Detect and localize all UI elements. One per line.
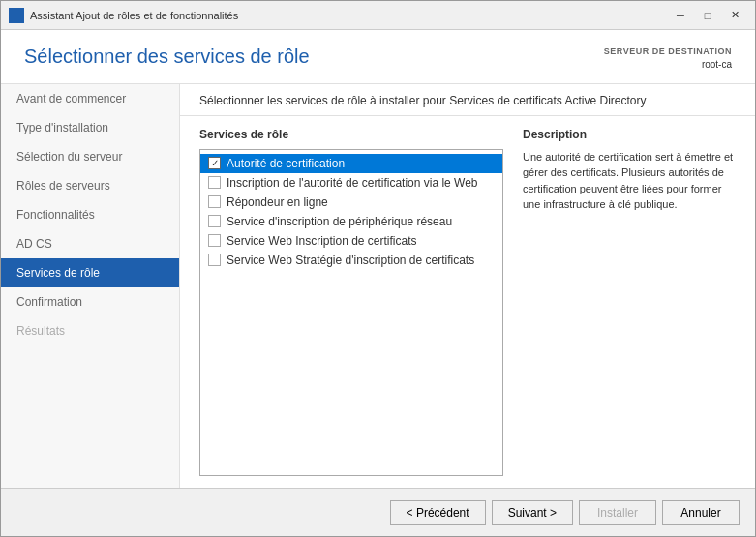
left-nav: Avant de commencer Type d'installation S…: [1, 84, 180, 488]
checkbox-service-inscription[interactable]: [208, 215, 221, 227]
nav-item-services-role[interactable]: Services de rôle: [1, 258, 179, 287]
minimize-button[interactable]: ─: [668, 6, 693, 25]
service-item-repondeur[interactable]: Répondeur en ligne: [200, 193, 502, 212]
service-label-web-inscription: Service Web Inscription de certificats: [227, 234, 417, 248]
service-item-autorite[interactable]: ✓ Autorité de certification: [200, 154, 502, 173]
checkbox-autorite[interactable]: ✓: [208, 157, 221, 169]
nav-item-selection[interactable]: Sélection du serveur: [1, 142, 179, 171]
content-area: Services de rôle ✓ Autorité de certifica…: [180, 116, 755, 488]
prev-button[interactable]: < Précédent: [390, 500, 486, 525]
nav-item-roles[interactable]: Rôles de serveurs: [1, 171, 179, 200]
nav-item-avant[interactable]: Avant de commencer: [1, 84, 179, 113]
page-title: Sélectionner des services de rôle: [24, 45, 310, 68]
top-description: Sélectionner les services de rôle à inst…: [199, 94, 647, 107]
window: Assistant Ajout de rôles et de fonctionn…: [0, 0, 756, 537]
main-content: Avant de commencer Type d'installation S…: [1, 84, 755, 488]
header: Sélectionner des services de rôle SERVEU…: [1, 30, 755, 84]
service-item-inscription-autorite[interactable]: Inscription de l'autorité de certificati…: [200, 173, 502, 193]
service-label-inscription-autorite: Inscription de l'autorité de certificati…: [227, 176, 478, 190]
service-label-service-inscription: Service d'inscription de périphérique ré…: [227, 215, 452, 228]
description-title: Description: [523, 128, 736, 141]
service-item-service-inscription[interactable]: Service d'inscription de périphérique ré…: [200, 212, 502, 231]
close-button[interactable]: ✕: [722, 6, 747, 25]
service-label-autorite: Autorité de certification: [227, 157, 345, 170]
services-list[interactable]: ✓ Autorité de certification Inscription …: [199, 149, 503, 476]
destination-name: root-ca: [604, 58, 732, 72]
nav-item-fonctionnalites[interactable]: Fonctionnalités: [1, 200, 179, 229]
checkbox-inscription-autorite[interactable]: [208, 176, 221, 189]
service-item-web-strategie[interactable]: Service Web Stratégie d'inscription de c…: [200, 251, 502, 270]
checkbox-web-strategie[interactable]: [208, 254, 221, 266]
right-panel: Sélectionner les services de rôle à inst…: [180, 84, 755, 488]
top-bar: Sélectionner les services de rôle à inst…: [180, 84, 755, 116]
nav-item-type[interactable]: Type d'installation: [1, 113, 179, 142]
nav-item-confirmation[interactable]: Confirmation: [1, 287, 179, 316]
cancel-button[interactable]: Annuler: [662, 500, 740, 525]
description-text: Une autorité de certification sert à éme…: [523, 149, 736, 213]
service-label-repondeur: Répondeur en ligne: [227, 195, 328, 209]
services-column-title: Services de rôle: [199, 128, 503, 141]
description-panel: Description Une autorité de certificatio…: [523, 128, 736, 476]
install-button: Installer: [579, 500, 656, 525]
window-controls: ─ □ ✕: [668, 6, 747, 25]
destination-label: SERVEUR DE DESTINATION: [604, 45, 732, 58]
service-label-web-strategie: Service Web Stratégie d'inscription de c…: [227, 254, 474, 267]
window-title: Assistant Ajout de rôles et de fonctionn…: [30, 10, 668, 21]
next-button[interactable]: Suivant >: [492, 500, 573, 525]
service-item-web-inscription[interactable]: Service Web Inscription de certificats: [200, 231, 502, 251]
checkbox-web-inscription[interactable]: [208, 234, 221, 247]
destination-server: SERVEUR DE DESTINATION root-ca: [604, 45, 732, 72]
footer: < Précédent Suivant > Installer Annuler: [1, 488, 755, 536]
services-panel: Services de rôle ✓ Autorité de certifica…: [199, 128, 503, 476]
window-icon: [9, 8, 24, 23]
nav-item-resultats: Résultats: [1, 316, 179, 345]
nav-item-adcs[interactable]: AD CS: [1, 229, 179, 258]
checkbox-repondeur[interactable]: [208, 195, 221, 208]
titlebar: Assistant Ajout de rôles et de fonctionn…: [1, 1, 755, 30]
maximize-button[interactable]: □: [695, 6, 720, 25]
